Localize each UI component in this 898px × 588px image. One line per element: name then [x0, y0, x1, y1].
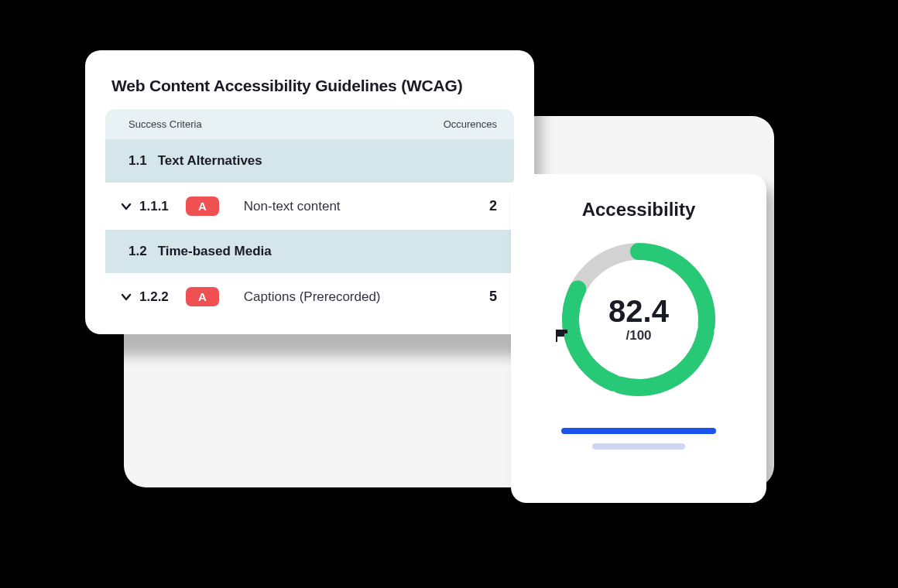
score-center: 82.4 /100	[554, 234, 724, 405]
wcag-table-header: Success Criteria Occurences	[105, 109, 514, 139]
group-name: Text Alternatives	[158, 153, 262, 169]
score-max: /100	[626, 328, 651, 344]
criteria-count: 2	[482, 198, 497, 214]
primary-bar	[561, 428, 716, 434]
group-num: 1.1	[129, 153, 147, 169]
level-badge: A	[186, 287, 219, 306]
col-success-criteria: Success Criteria	[129, 118, 202, 130]
wcag-criteria-row[interactable]: 1.1.1 A Non-text content 2	[105, 183, 514, 230]
col-occurrences: Occurences	[444, 118, 497, 130]
score-bars	[531, 428, 746, 450]
accessibility-score-card: Accessibility 82.4 /100	[511, 174, 766, 503]
chevron-down-icon[interactable]	[119, 290, 133, 304]
wcag-card: Web Content Accessibility Guidelines (WC…	[85, 50, 534, 334]
criteria-name: Captions (Prerecorded)	[244, 289, 482, 305]
wcag-group-row: 1.1 Text Alternatives	[105, 139, 514, 183]
wcag-criteria-row[interactable]: 1.2.2 A Captions (Prerecorded) 5	[105, 273, 514, 320]
criteria-name: Non-text content	[244, 199, 482, 214]
criteria-num: 1.1.1	[139, 199, 186, 214]
score-value: 82.4	[608, 296, 669, 326]
chevron-down-icon[interactable]	[119, 200, 133, 214]
level-badge: A	[186, 197, 219, 216]
secondary-bar	[592, 443, 685, 450]
wcag-group-row: 1.2 Time-based Media	[105, 230, 514, 273]
criteria-count: 5	[482, 289, 497, 305]
score-gauge: 82.4 /100	[554, 234, 724, 405]
score-card-title: Accessibility	[582, 199, 696, 220]
wcag-card-title: Web Content Accessibility Guidelines (WC…	[111, 77, 508, 95]
group-num: 1.2	[129, 244, 147, 259]
criteria-num: 1.2.2	[139, 289, 186, 305]
group-name: Time-based Media	[158, 244, 272, 259]
